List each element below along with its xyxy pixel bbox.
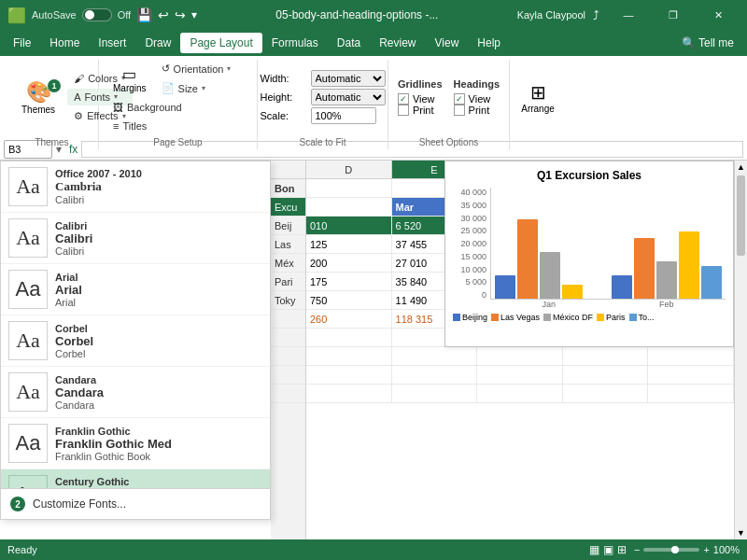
cell-d4[interactable]: 125 <box>306 235 392 253</box>
scroll-thumb[interactable] <box>737 175 745 256</box>
font-themes-dropdown: Aa Office 2007 - 2010 Cambria Calibri Aa… <box>0 161 271 520</box>
customize-fonts-button[interactable]: 2 Customize Fonts... <box>1 488 270 519</box>
cell-e10[interactable] <box>392 347 478 365</box>
menu-file[interactable]: File <box>4 33 40 53</box>
redo-icon[interactable]: ↪ <box>175 7 186 22</box>
cell-d6[interactable]: 175 <box>306 273 392 290</box>
width-select[interactable]: Automatic <box>311 70 386 87</box>
ribbon-group-sheet-options: Gridlines ✓ View Print Headings ✓ View <box>388 60 510 149</box>
menu-help[interactable]: Help <box>468 33 510 53</box>
restore-button[interactable]: ❐ <box>652 0 695 30</box>
menu-home[interactable]: Home <box>40 33 89 53</box>
cell-d3[interactable]: 010 <box>306 217 392 234</box>
menu-formulas[interactable]: Formulas <box>262 33 328 53</box>
chart-container: Q1 Excursion Sales 40 000 35 000 30 000 … <box>444 161 734 347</box>
font-theme-item-corbel[interactable]: Aa Corbel Corbel Corbel <box>1 315 270 367</box>
cell-e11[interactable] <box>392 366 478 384</box>
themes-button[interactable]: 🎨 Themes 1 <box>13 77 63 119</box>
scale-input[interactable] <box>311 107 376 124</box>
cell-g12[interactable] <box>563 385 649 402</box>
cell-d5[interactable]: 200 <box>306 254 392 272</box>
headings-view-checkbox[interactable]: ✓ <box>454 93 465 105</box>
titles-button[interactable]: ≡ Titles <box>106 118 189 134</box>
scroll-down-button[interactable]: ▼ <box>735 526 747 539</box>
menu-bar: File Home Insert Draw Page Layout Formul… <box>0 30 747 56</box>
font-theme-item-century-gothic[interactable]: Aa Century Gothic Century Gothic Century… <box>1 469 270 488</box>
menu-review[interactable]: Review <box>370 33 425 53</box>
page-break-view-button[interactable]: ⊞ <box>617 543 627 556</box>
close-button[interactable]: ✕ <box>697 0 740 30</box>
cell-e12[interactable] <box>392 385 478 402</box>
row-label-10 <box>271 347 305 366</box>
gridlines-view-checkbox[interactable]: ✓ <box>398 93 409 105</box>
sheet-options-group-label: Sheet Options <box>388 137 509 147</box>
cell-f10[interactable] <box>477 347 563 365</box>
share-icon[interactable]: ⤴ <box>593 8 599 22</box>
undo-icon[interactable]: ↩ <box>158 7 169 22</box>
vertical-scrollbar[interactable]: ▲ ▼ <box>734 161 747 539</box>
scroll-track[interactable] <box>735 258 747 526</box>
normal-view-button[interactable]: ▦ <box>589 543 599 556</box>
save-icon[interactable]: 💾 <box>136 7 152 22</box>
zoom-slider[interactable] <box>643 548 699 552</box>
cell-h11[interactable] <box>648 366 734 384</box>
zoom-in-button[interactable]: + <box>703 544 709 555</box>
cell-d10[interactable] <box>306 347 392 365</box>
bar-jan-beijing <box>495 275 515 299</box>
minimize-button[interactable]: — <box>607 0 650 30</box>
autosave-toggle[interactable] <box>82 8 112 21</box>
size-button[interactable]: 📄 Size ▾ <box>155 79 238 97</box>
menu-tell-me[interactable]: 🔍 Tell me <box>672 33 743 53</box>
height-select[interactable]: Automatic <box>311 89 386 105</box>
menu-draw[interactable]: Draw <box>135 33 180 53</box>
customize-fonts-label: Customize Fonts... <box>33 497 126 511</box>
cell-d8[interactable]: 260 <box>306 310 392 328</box>
cell-d11[interactable] <box>306 366 392 384</box>
cell-f12[interactable] <box>477 385 563 402</box>
file-name: 05-body-and-heading-options -... <box>275 8 438 21</box>
zoom-level: 100% <box>713 544 740 555</box>
menu-data[interactable]: Data <box>328 33 370 53</box>
font-theme-item-franklin-gothic[interactable]: Aa Franklin Gothic Franklin Gothic Med F… <box>1 418 270 469</box>
font-theme-item-calibri[interactable]: Aa Calibri Calibri Calibri <box>1 213 270 264</box>
cell-h12[interactable] <box>648 385 734 402</box>
size-icon: 📄 <box>162 82 175 94</box>
effects-icon: ⚙ <box>74 110 83 122</box>
font-theme-info-arial: Arial Arial Arial <box>55 272 262 308</box>
font-preview-corbel: Aa <box>8 321 48 360</box>
cell-h10[interactable] <box>648 347 734 365</box>
title-bar-left: 🟩 AutoSave Off 💾 ↩ ↪ ▾ <box>7 7 197 24</box>
arrange-button[interactable]: ⊞ Arrange <box>514 60 561 134</box>
height-label: Height: <box>261 91 307 103</box>
font-theme-item-candara[interactable]: Aa Candara Candara Candara <box>1 367 270 418</box>
ribbon-group-scale: Width: Automatic Height: Automatic Scale… <box>258 60 388 149</box>
row-label-13 <box>271 403 305 422</box>
cell-g11[interactable] <box>563 366 649 384</box>
font-theme-item-arial[interactable]: Aa Arial Arial Arial <box>1 264 270 315</box>
margins-icon: ▭ <box>122 65 136 83</box>
menu-insert[interactable]: Insert <box>89 33 135 53</box>
cell-d12[interactable] <box>306 385 392 402</box>
menu-view[interactable]: View <box>426 33 469 53</box>
layout-view-button[interactable]: ▣ <box>603 543 613 556</box>
zoom-out-button[interactable]: − <box>634 544 640 555</box>
font-preview-arial: Aa <box>8 270 48 309</box>
gridlines-print-label: Print <box>413 105 434 116</box>
background-button[interactable]: 🖼 Background <box>106 99 189 116</box>
cell-g10[interactable] <box>563 347 649 365</box>
cell-d9[interactable] <box>306 329 392 346</box>
scroll-up-button[interactable]: ▲ <box>735 161 747 174</box>
cell-d7[interactable]: 750 <box>306 291 392 309</box>
font-theme-info-calibri: Calibri Calibri Calibri <box>55 220 262 257</box>
headings-print-checkbox[interactable] <box>454 105 465 116</box>
col-header-d[interactable]: D <box>306 161 392 178</box>
gridlines-print-checkbox[interactable] <box>398 105 409 116</box>
margins-button[interactable]: ▭ Margins <box>106 62 153 97</box>
font-theme-item-office2007[interactable]: Aa Office 2007 - 2010 Cambria Calibri <box>1 161 270 213</box>
cell-d1[interactable] <box>306 179 392 197</box>
cell-d2[interactable] <box>306 198 392 216</box>
orientation-button[interactable]: ↺ Orientation ▾ <box>155 60 238 77</box>
fonts-icon: A <box>74 91 80 103</box>
menu-page-layout[interactable]: Page Layout <box>180 33 261 53</box>
cell-f11[interactable] <box>477 366 563 384</box>
